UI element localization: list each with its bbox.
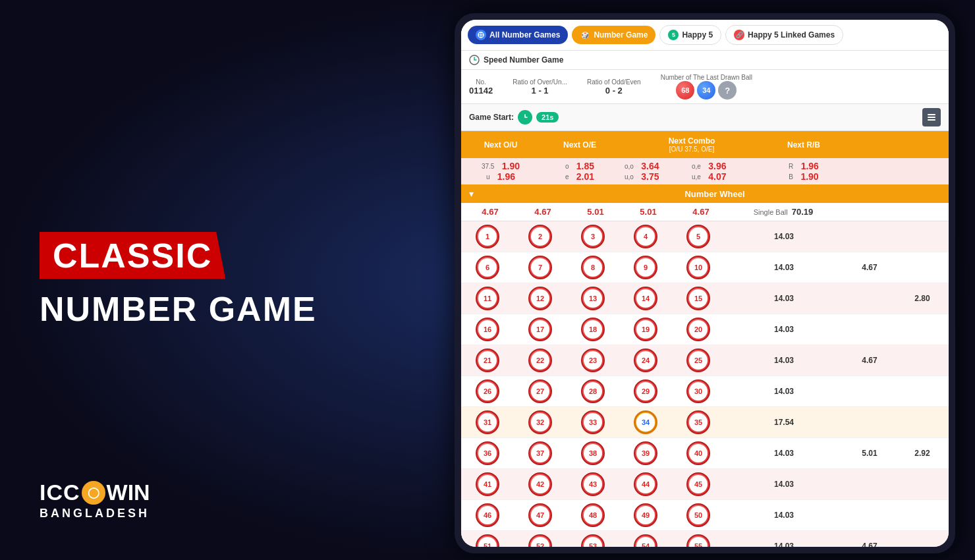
num-ball-3[interactable]: 3	[581, 225, 605, 248]
num-ball-52[interactable]: 52	[528, 534, 552, 547]
number-ball-cell[interactable]: 39	[619, 438, 672, 468]
num-ball-5[interactable]: 5	[686, 225, 710, 248]
num-ball-33[interactable]: 33	[581, 410, 605, 434]
num-ball-43[interactable]: 43	[581, 472, 605, 496]
num-ball-46[interactable]: 46	[476, 503, 499, 527]
number-ball-cell[interactable]: 49	[619, 500, 672, 530]
number-ball-cell[interactable]: 5	[672, 221, 725, 252]
number-ball-cell[interactable]: 14	[619, 283, 672, 314]
number-ball-cell[interactable]: 6	[461, 252, 514, 283]
number-ball-cell[interactable]: 19	[619, 314, 672, 345]
tab-happy5-linked[interactable]: 🔗 Happy 5 Linked Games	[725, 25, 843, 45]
number-ball-cell[interactable]: 3	[567, 221, 619, 252]
num-ball-18[interactable]: 18	[581, 318, 605, 341]
num-ball-2[interactable]: 2	[528, 225, 552, 248]
num-ball-1[interactable]: 1	[476, 225, 499, 248]
number-ball-cell[interactable]: 34	[619, 407, 672, 437]
num-ball-13[interactable]: 13	[581, 287, 605, 310]
num-ball-41[interactable]: 41	[476, 472, 499, 496]
tab-all-number-games[interactable]: All Number Games	[468, 26, 568, 44]
num-ball-14[interactable]: 14	[634, 287, 657, 310]
list-icon-button[interactable]	[922, 108, 941, 126]
number-ball-cell[interactable]: 2	[514, 221, 567, 252]
number-ball-cell[interactable]: 35	[672, 407, 725, 437]
number-ball-cell[interactable]: 43	[567, 469, 619, 499]
number-ball-cell[interactable]: 50	[672, 500, 725, 530]
number-ball-cell[interactable]: 53	[567, 531, 619, 547]
num-ball-26[interactable]: 26	[476, 379, 499, 403]
number-ball-cell[interactable]: 52	[514, 531, 567, 547]
number-ball-cell[interactable]: 30	[672, 376, 725, 406]
num-ball-40[interactable]: 40	[686, 441, 710, 465]
number-ball-cell[interactable]: 25	[672, 345, 725, 376]
num-ball-29[interactable]: 29	[634, 379, 657, 403]
number-ball-cell[interactable]: 21	[461, 345, 514, 376]
num-ball-22[interactable]: 22	[528, 349, 552, 372]
num-ball-38[interactable]: 38	[581, 441, 605, 465]
num-ball-11[interactable]: 11	[476, 287, 499, 310]
number-ball-cell[interactable]: 1	[461, 221, 514, 252]
number-ball-cell[interactable]: 7	[514, 252, 567, 283]
number-ball-cell[interactable]: 54	[619, 531, 672, 547]
num-ball-55[interactable]: 55	[686, 534, 710, 547]
number-ball-cell[interactable]: 44	[619, 469, 672, 499]
num-ball-48[interactable]: 48	[581, 503, 605, 527]
number-ball-cell[interactable]: 12	[514, 283, 567, 314]
num-ball-50[interactable]: 50	[686, 503, 710, 527]
nw-chevron-icon[interactable]: ▾	[461, 188, 481, 199]
number-ball-cell[interactable]: 28	[567, 376, 619, 406]
num-ball-35[interactable]: 35	[686, 410, 710, 434]
num-ball-7[interactable]: 7	[528, 256, 552, 279]
num-ball-21[interactable]: 21	[476, 349, 499, 372]
number-ball-cell[interactable]: 38	[567, 438, 619, 468]
number-ball-cell[interactable]: 26	[461, 376, 514, 406]
number-ball-cell[interactable]: 24	[619, 345, 672, 376]
num-ball-34[interactable]: 34	[634, 410, 657, 434]
num-ball-51[interactable]: 51	[476, 534, 499, 547]
num-ball-44[interactable]: 44	[634, 472, 657, 496]
num-ball-19[interactable]: 19	[634, 318, 657, 341]
number-ball-cell[interactable]: 40	[672, 438, 725, 468]
number-ball-cell[interactable]: 31	[461, 407, 514, 437]
number-ball-cell[interactable]: 27	[514, 376, 567, 406]
num-ball-6[interactable]: 6	[476, 256, 499, 279]
num-ball-37[interactable]: 37	[528, 441, 552, 465]
num-ball-31[interactable]: 31	[476, 410, 499, 434]
number-ball-cell[interactable]: 36	[461, 438, 514, 468]
num-ball-53[interactable]: 53	[581, 534, 605, 547]
number-ball-cell[interactable]: 29	[619, 376, 672, 406]
number-ball-cell[interactable]: 4	[619, 221, 672, 252]
number-ball-cell[interactable]: 33	[567, 407, 619, 437]
num-ball-45[interactable]: 45	[686, 472, 710, 496]
number-ball-cell[interactable]: 45	[672, 469, 725, 499]
num-ball-42[interactable]: 42	[528, 472, 552, 496]
number-ball-cell[interactable]: 13	[567, 283, 619, 314]
num-ball-17[interactable]: 17	[528, 318, 552, 341]
num-ball-24[interactable]: 24	[634, 349, 657, 372]
number-ball-cell[interactable]: 46	[461, 500, 514, 530]
number-ball-cell[interactable]: 41	[461, 469, 514, 499]
number-ball-cell[interactable]: 47	[514, 500, 567, 530]
num-ball-16[interactable]: 16	[476, 318, 499, 341]
number-ball-cell[interactable]: 9	[619, 252, 672, 283]
number-ball-cell[interactable]: 17	[514, 314, 567, 345]
tab-number-game[interactable]: 🎲 Number Game	[572, 26, 655, 44]
num-ball-4[interactable]: 4	[634, 225, 657, 248]
num-ball-28[interactable]: 28	[581, 379, 605, 403]
number-ball-cell[interactable]: 22	[514, 345, 567, 376]
number-ball-cell[interactable]: 20	[672, 314, 725, 345]
num-ball-8[interactable]: 8	[581, 256, 605, 279]
number-ball-cell[interactable]: 51	[461, 531, 514, 547]
number-ball-cell[interactable]: 42	[514, 469, 567, 499]
num-ball-36[interactable]: 36	[476, 441, 499, 465]
tab-happy5[interactable]: 5 Happy 5	[659, 25, 721, 45]
number-ball-cell[interactable]: 55	[672, 531, 725, 547]
number-ball-cell[interactable]: 8	[567, 252, 619, 283]
number-ball-cell[interactable]: 10	[672, 252, 725, 283]
num-ball-27[interactable]: 27	[528, 379, 552, 403]
num-ball-25[interactable]: 25	[686, 349, 710, 372]
number-ball-cell[interactable]: 15	[672, 283, 725, 314]
num-ball-23[interactable]: 23	[581, 349, 605, 372]
num-ball-49[interactable]: 49	[634, 503, 657, 527]
number-ball-cell[interactable]: 23	[567, 345, 619, 376]
